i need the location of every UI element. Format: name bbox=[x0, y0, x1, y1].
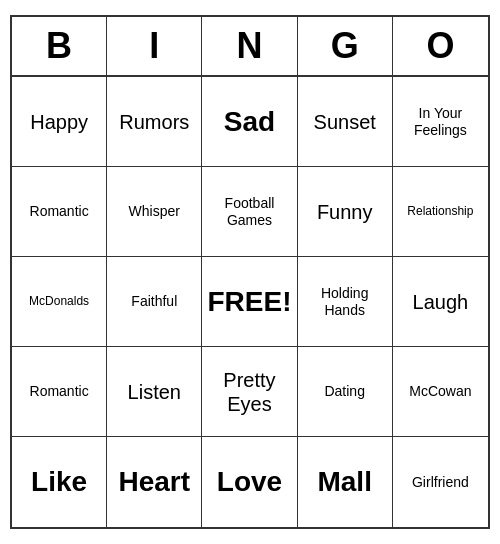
bingo-grid: HappyRumorsSadSunsetIn Your FeelingsRoma… bbox=[12, 77, 488, 527]
cell-r2-c1: Faithful bbox=[107, 257, 202, 347]
cell-r0-c4: In Your Feelings bbox=[393, 77, 488, 167]
cell-r1-c0: Romantic bbox=[12, 167, 107, 257]
cell-text: Rumors bbox=[119, 110, 189, 134]
cell-text: Sunset bbox=[314, 110, 376, 134]
cell-text: Romantic bbox=[30, 383, 89, 400]
bingo-header: BINGO bbox=[12, 17, 488, 77]
cell-text: Funny bbox=[317, 200, 373, 224]
cell-text: Faithful bbox=[131, 293, 177, 310]
header-letter: O bbox=[393, 17, 488, 75]
cell-text: Laugh bbox=[413, 290, 469, 314]
bingo-card: BINGO HappyRumorsSadSunsetIn Your Feelin… bbox=[10, 15, 490, 529]
cell-r3-c3: Dating bbox=[298, 347, 393, 437]
cell-r1-c2: Football Games bbox=[202, 167, 297, 257]
cell-r0-c1: Rumors bbox=[107, 77, 202, 167]
cell-text: Dating bbox=[324, 383, 364, 400]
cell-r4-c0: Like bbox=[12, 437, 107, 527]
cell-r0-c0: Happy bbox=[12, 77, 107, 167]
cell-r2-c4: Laugh bbox=[393, 257, 488, 347]
cell-r2-c0: McDonalds bbox=[12, 257, 107, 347]
cell-text: Heart bbox=[118, 465, 190, 499]
cell-r0-c2: Sad bbox=[202, 77, 297, 167]
cell-text: Holding Hands bbox=[302, 285, 388, 319]
cell-r2-c2: FREE! bbox=[202, 257, 297, 347]
cell-text: Happy bbox=[30, 110, 88, 134]
cell-r3-c2: Pretty Eyes bbox=[202, 347, 297, 437]
cell-r0-c3: Sunset bbox=[298, 77, 393, 167]
cell-r4-c1: Heart bbox=[107, 437, 202, 527]
header-letter: N bbox=[202, 17, 297, 75]
cell-text: Whisper bbox=[129, 203, 180, 220]
cell-text: Sad bbox=[224, 105, 275, 139]
cell-text: Listen bbox=[128, 380, 181, 404]
cell-text: Mall bbox=[317, 465, 371, 499]
cell-r1-c1: Whisper bbox=[107, 167, 202, 257]
cell-r2-c3: Holding Hands bbox=[298, 257, 393, 347]
cell-text: In Your Feelings bbox=[397, 105, 484, 139]
cell-r4-c4: Girlfriend bbox=[393, 437, 488, 527]
cell-r4-c3: Mall bbox=[298, 437, 393, 527]
cell-text: Girlfriend bbox=[412, 474, 469, 491]
cell-text: Romantic bbox=[30, 203, 89, 220]
cell-r1-c3: Funny bbox=[298, 167, 393, 257]
cell-text: Like bbox=[31, 465, 87, 499]
cell-text: Relationship bbox=[407, 204, 473, 218]
header-letter: B bbox=[12, 17, 107, 75]
cell-r4-c2: Love bbox=[202, 437, 297, 527]
cell-text: FREE! bbox=[207, 285, 291, 319]
cell-text: Pretty Eyes bbox=[206, 368, 292, 416]
cell-r3-c0: Romantic bbox=[12, 347, 107, 437]
cell-text: McDonalds bbox=[29, 294, 89, 308]
cell-r3-c4: McCowan bbox=[393, 347, 488, 437]
cell-r1-c4: Relationship bbox=[393, 167, 488, 257]
cell-r3-c1: Listen bbox=[107, 347, 202, 437]
header-letter: G bbox=[298, 17, 393, 75]
cell-text: McCowan bbox=[409, 383, 471, 400]
cell-text: Love bbox=[217, 465, 282, 499]
header-letter: I bbox=[107, 17, 202, 75]
cell-text: Football Games bbox=[206, 195, 292, 229]
